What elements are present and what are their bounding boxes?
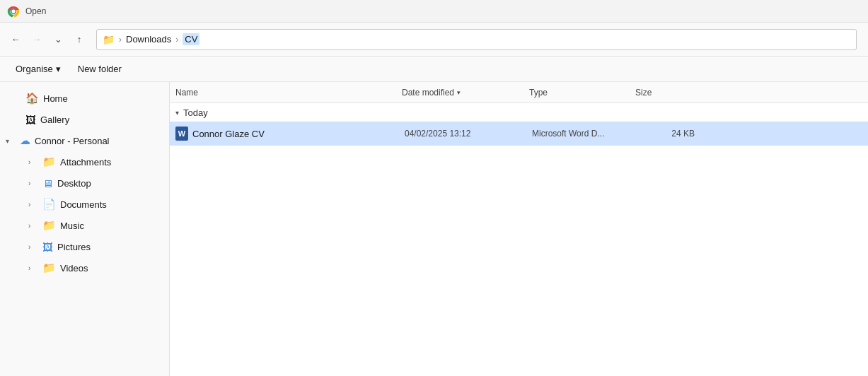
sidebar-item-pictures[interactable]: › 🖼 Pictures [0, 236, 169, 257]
group-today-label: Today [183, 107, 208, 118]
videos-label: Videos [60, 263, 88, 274]
music-icon: 📁 [42, 219, 56, 232]
address-sep-1: › [119, 35, 122, 45]
pictures-chevron: › [28, 243, 38, 251]
word-doc-icon [175, 127, 188, 141]
svg-point-1 [12, 9, 16, 13]
table-row[interactable]: Connor Glaze CV 04/02/2025 13:12 Microso… [170, 122, 868, 146]
new-folder-label: New folder [78, 64, 122, 74]
col-name-label: Name [175, 88, 198, 98]
sidebar-item-documents[interactable]: › 📄 Documents [0, 194, 169, 215]
sidebar-item-music[interactable]: › 📁 Music [0, 215, 169, 236]
forward-button[interactable]: → [27, 30, 47, 49]
file-type: Microsoft Word D... [532, 129, 638, 139]
group-today-chevron: ▾ [175, 109, 179, 117]
attachments-chevron: › [28, 158, 38, 166]
recent-locations-button[interactable]: ⌄ [48, 30, 68, 49]
home-icon: 🏠 [25, 92, 39, 105]
documents-chevron: › [28, 201, 38, 208]
file-size: 24 KB [638, 129, 695, 139]
music-label: Music [60, 221, 84, 231]
file-list: Name Date modified ▾ Type Size ▾ Today C… [170, 82, 868, 376]
chrome-logo [7, 5, 20, 18]
address-bar[interactable]: 📁 › Downloads › CV [96, 29, 857, 50]
sidebar-item-videos[interactable]: › 📁 Videos [0, 257, 169, 278]
documents-icon: 📄 [42, 198, 56, 211]
desktop-chevron: › [28, 180, 38, 187]
main-container: 🏠 Home 🖼 Gallery ▾ ☁ Connor - Personal ›… [0, 82, 868, 376]
toolbar: Organise ▾ New folder [0, 57, 868, 82]
title-bar: Open [0, 0, 868, 23]
col-header-size[interactable]: Size [635, 88, 692, 98]
gallery-icon: 🖼 [25, 114, 36, 126]
desktop-label: Desktop [57, 178, 91, 189]
col-header-type[interactable]: Type [529, 88, 635, 98]
sidebar-item-attachments[interactable]: › 📁 Attachments [0, 151, 169, 172]
pictures-icon: 🖼 [42, 241, 53, 253]
home-label: Home [43, 93, 68, 104]
file-name: Connor Glaze CV [192, 129, 405, 139]
nav-bar: ← → ⌄ ↑ 📁 › Downloads › CV [0, 23, 868, 57]
col-header-name[interactable]: Name [175, 88, 402, 98]
col-type-label: Type [529, 88, 548, 98]
organise-button[interactable]: Organise ▾ [8, 60, 68, 78]
address-downloads[interactable]: Downloads [126, 34, 171, 45]
up-button[interactable]: ↑ [69, 30, 89, 49]
title-text: Open [25, 6, 46, 16]
documents-label: Documents [60, 199, 107, 210]
organise-label: Organise [16, 64, 53, 74]
address-folder-icon: 📁 [103, 34, 115, 45]
address-sep-2: › [175, 35, 178, 45]
sidebar-item-desktop[interactable]: › 🖥 Desktop [0, 172, 169, 194]
desktop-icon: 🖥 [42, 177, 53, 189]
organise-arrow: ▾ [56, 64, 61, 74]
connor-label: Connor - Personal [35, 136, 110, 146]
sidebar-item-gallery[interactable]: 🖼 Gallery [0, 109, 169, 130]
videos-chevron: › [28, 264, 38, 272]
sidebar: 🏠 Home 🖼 Gallery ▾ ☁ Connor - Personal ›… [0, 82, 170, 376]
attachments-label: Attachments [60, 157, 111, 168]
attachments-icon: 📁 [42, 155, 56, 168]
col-size-label: Size [635, 88, 652, 98]
pictures-label: Pictures [57, 242, 91, 252]
gallery-label: Gallery [40, 114, 69, 125]
sidebar-item-connor-personal[interactable]: ▾ ☁ Connor - Personal [0, 130, 169, 151]
sidebar-item-home[interactable]: 🏠 Home [0, 88, 169, 109]
file-list-header: Name Date modified ▾ Type Size [170, 82, 868, 103]
new-folder-button[interactable]: New folder [71, 60, 129, 78]
address-cv[interactable]: CV [183, 33, 199, 45]
col-date-sort-icon: ▾ [457, 89, 461, 96]
back-button[interactable]: ← [6, 30, 25, 49]
music-chevron: › [28, 222, 38, 230]
file-date: 04/02/2025 13:12 [405, 129, 532, 139]
connor-cloud-icon: ☁ [20, 134, 30, 147]
col-header-date[interactable]: Date modified ▾ [402, 88, 529, 98]
videos-icon: 📁 [42, 262, 56, 274]
connor-chevron: ▾ [6, 137, 16, 145]
col-date-label: Date modified [402, 88, 454, 98]
group-today[interactable]: ▾ Today [170, 103, 868, 122]
